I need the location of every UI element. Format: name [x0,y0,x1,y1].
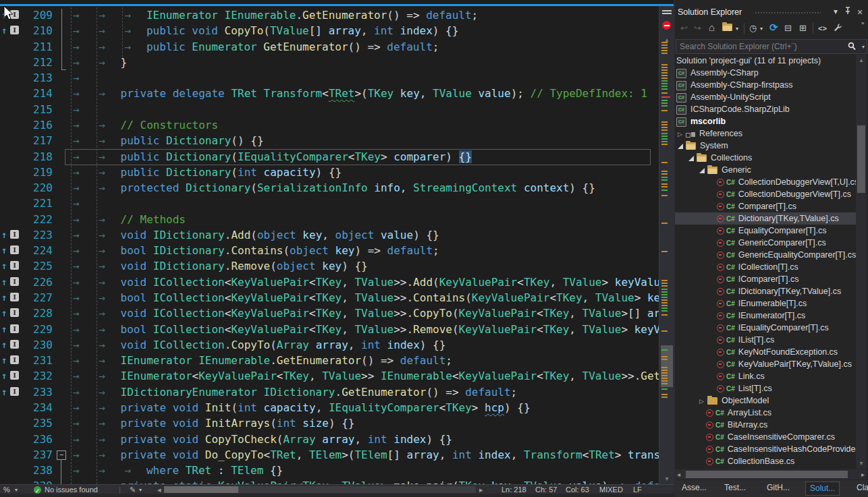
editor-horizontal-scrollbar[interactable] [164,486,476,493]
code-line[interactable]: 236→→private void CopyToCheck(Array arra… [0,432,659,447]
navigate-forward-icon[interactable]: ↪ [694,23,701,33]
tree-vscroll-thumb[interactable] [857,125,865,193]
properties-wrench-icon[interactable] [833,23,842,34]
show-all-files-icon[interactable]: ⊞ [799,23,807,33]
panel-title-bar[interactable]: Solution Explorer ▾ × [675,5,868,20]
status-line[interactable]: Ln: 218 [501,485,526,494]
collapsed-arrow-icon[interactable]: ▷ [699,395,705,407]
reference-up-icon[interactable]: ↑ [1,368,7,384]
code-line[interactable]: ↑I223→→void IDictionary.Add(object key, … [0,227,659,243]
code-line[interactable]: ↑I224→→bool IDictionary.Contains(object … [0,243,659,258]
code-editor[interactable]: ↑I209→→→IEnumerator IEnumerable.GetEnume… [0,0,674,484]
home-icon[interactable]: ⌂ [709,22,715,33]
code-line[interactable]: 216→→// Constructors [0,117,659,133]
search-solution-explorer-input[interactable]: Search Solution Explorer (Ctrl+¨) ▾ [676,39,867,54]
tree-item[interactable]: System [675,140,856,152]
code-line[interactable]: 237→→private void Do_CopyTo<TRet, TElem>… [0,447,659,463]
collapsed-arrow-icon[interactable]: ▷ [678,128,683,140]
tree-item-file[interactable]: C#IList[T].cs [675,334,856,346]
hscroll-left-icon[interactable]: ◂ [157,485,161,494]
tree-item-project[interactable]: C#Assembly-CSharp [675,67,856,79]
implements-box-icon[interactable]: I [10,277,19,286]
tree-item-file[interactable]: C#GenericEqualityComparer[T].cs [675,249,856,261]
tree-item-file[interactable]: C#IEqualityComparer[T].cs [675,322,856,334]
tree-item[interactable]: Generic [675,164,856,176]
tree-item-project[interactable]: C#ICSharpCode.SharpZipLib [675,103,856,115]
reference-up-icon[interactable]: ↑ [1,227,7,243]
panel-tab-solut[interactable]: Solut... [805,481,840,496]
switch-views-caret-icon[interactable]: ▾ [736,26,738,32]
code-line[interactable]: 239→→private static KeyValuePair<TKey, T… [0,478,659,484]
status-encoding[interactable]: MIXED [599,485,623,494]
code-line[interactable]: 238→→→where TRet : TElem {} [0,463,659,478]
document-health-error-icon[interactable] [662,21,671,30]
tree-item-file[interactable]: C#IComparer[T].cs [675,273,856,285]
scroll-down-icon[interactable]: ▾ [659,475,674,482]
code-line[interactable]: 220→→protected Dictionary(SerializationI… [0,180,659,196]
search-icon[interactable] [848,42,856,51]
tree-item-file[interactable]: C#GenericComparer[T].cs [675,237,856,249]
reference-up-icon[interactable]: ↑ [1,243,7,258]
search-options-caret-icon[interactable]: ▾ [862,44,865,50]
pending-changes-filter-icon[interactable]: ◷ [749,23,757,33]
code-line[interactable]: 219→→public Dictionary(int capacity) {} [0,165,659,180]
code-line[interactable]: ↑I233→→IDictionaryEnumerator IDictionary… [0,384,659,400]
code-line[interactable]: 218→→public Dictionary(IEqualityComparer… [0,149,659,165]
tree-item-project[interactable]: C#Assembly-CSharp-firstpass [675,79,856,91]
implements-box-icon[interactable]: I [10,230,19,239]
implements-box-icon[interactable]: I [10,371,19,380]
reference-up-icon[interactable]: ↑ [1,274,7,290]
code-line[interactable]: ↑I210→→→public void CopyTo(TValue[] arra… [0,23,659,38]
code-line[interactable]: ↑I225→→void IDictionary.Remove(object ke… [0,258,659,274]
reference-up-icon[interactable]: ↑ [1,258,7,274]
code-line[interactable]: 222→→// Methods [0,212,659,227]
tree-hscroll-thumb[interactable] [686,471,848,478]
zoom-control[interactable]: % [3,485,10,494]
reference-up-icon[interactable]: ↑ [1,23,7,38]
filter-caret-icon[interactable]: ▾ [760,26,763,32]
implements-box-icon[interactable]: I [10,340,19,349]
panel-tab-asse[interactable]: Asse... [678,481,711,494]
code-line[interactable]: 217→→public Dictionary() {} [0,133,659,148]
switch-views-icon[interactable] [722,23,732,33]
reference-up-icon[interactable]: ↑ [1,305,7,321]
reference-up-icon[interactable]: ↑ [1,290,7,305]
implements-box-icon[interactable]: I [10,293,19,301]
tree-item-file[interactable]: C#Link.cs [675,370,856,382]
tree-item-file[interactable]: C#EqualityComparer[T].cs [675,225,856,237]
reference-up-icon[interactable]: ↑ [1,322,7,337]
code-line[interactable]: 214→→private delegate TRet Transform<TRe… [0,86,659,101]
collapse-all-icon[interactable]: ⊟ [784,23,792,33]
expanded-arrow-icon[interactable] [678,144,683,149]
code-line[interactable]: 212→→} [0,55,659,70]
tree-hscroll-right-icon[interactable]: ▸ [861,471,865,478]
tree-horizontal-scrollbar[interactable]: ◂ ▸ [675,469,867,479]
tree-item[interactable]: Solution 'project-gui' (11 of 11 project… [675,55,856,67]
editor-vertical-scrollbar[interactable]: ▴ ▾ [659,6,674,484]
code-area[interactable]: ↑I209→→→IEnumerator IEnumerable.GetEnume… [0,6,659,484]
hscrollbar-thumb[interactable] [164,486,238,493]
tree-item-file[interactable]: C#IDictionary[TKey,TValue].cs [675,285,856,297]
tree-item-file[interactable]: C#ArrayList.cs [675,407,856,419]
code-line[interactable]: 234→→private void Init(int capacity, IEq… [0,400,659,415]
implements-box-icon[interactable]: I [10,387,19,396]
tree-scroll-down-icon[interactable]: ▾ [856,459,867,467]
expanded-arrow-icon[interactable] [699,168,705,173]
code-line[interactable]: ↑I232→→IEnumerator<KeyValuePair<TKey, TV… [0,368,659,384]
tree-item-file[interactable]: C#ICollection[T].cs [675,261,856,273]
tree-vertical-scrollbar[interactable]: ▴ ▾ [856,55,867,469]
expanded-arrow-icon[interactable] [688,156,694,161]
panel-tab-test[interactable]: Test... [720,481,750,494]
tree-item-file[interactable]: C#CollectionDebuggerView[T,U].cs [675,176,856,188]
diff-brush-icon[interactable]: ✎ [130,485,136,494]
code-line[interactable]: ↑I209→→→IEnumerator IEnumerable.GetEnume… [0,7,659,23]
code-line[interactable]: 211→→→public Enumerator GetEnumerator() … [0,39,659,55]
code-line[interactable]: ↑I228→→void ICollection<KeyValuePair<TKe… [0,305,659,321]
tree-item-file[interactable]: C#Dictionary[TKey,TValue].cs [675,212,856,225]
code-line[interactable]: ↑I231→→IEnumerator IEnumerable.GetEnumer… [0,353,659,368]
split-editor-handle[interactable] [662,9,672,17]
implements-box-icon[interactable]: I [10,355,19,364]
close-icon[interactable]: × [855,7,865,18]
implements-box-icon[interactable]: I [10,261,19,270]
implements-box-icon[interactable]: I [10,324,19,333]
